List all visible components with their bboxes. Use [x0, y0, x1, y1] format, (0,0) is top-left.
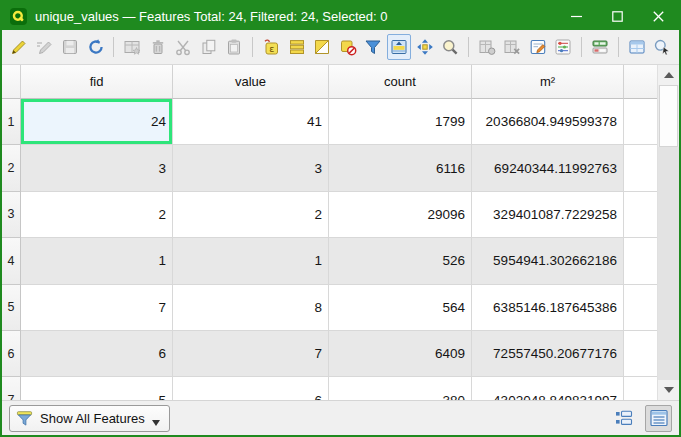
cell-count[interactable]: 1799	[329, 99, 472, 145]
cell-fid[interactable]: 3	[21, 145, 173, 191]
copy-icon	[200, 38, 218, 56]
form-view-button[interactable]	[610, 405, 637, 432]
cell-value[interactable]: 3	[173, 145, 329, 191]
window-title: unique_values — Features Total: 24, Filt…	[35, 9, 387, 24]
scrollbar-up-button[interactable]	[658, 65, 679, 85]
cell-value[interactable]: 41	[173, 99, 329, 145]
row-filler	[624, 192, 657, 238]
epsilon-icon: ε	[262, 38, 280, 56]
cell-m2[interactable]: 4302048.849831997	[472, 377, 624, 400]
row-filler	[624, 238, 657, 284]
new-record-icon	[123, 38, 141, 56]
maximize-button[interactable]	[597, 2, 638, 30]
scrollbar-track[interactable]	[658, 147, 679, 380]
corner-header[interactable]	[2, 65, 21, 99]
titlebar: unique_values — Features Total: 24, Filt…	[2, 2, 679, 30]
row-number[interactable]: 7	[2, 377, 21, 400]
new-field-button[interactable]	[475, 34, 499, 60]
cell-fid[interactable]: 5	[21, 377, 173, 400]
table-view-button[interactable]	[645, 405, 672, 432]
vertical-scrollbar[interactable]	[657, 65, 679, 400]
scrollbar-down-button[interactable]	[658, 380, 679, 400]
field-calculator-button[interactable]	[526, 34, 550, 60]
add-feature-button[interactable]	[120, 34, 144, 60]
cell-fid[interactable]: 7	[21, 285, 173, 331]
cell-m2[interactable]: 5954941.302662186	[472, 238, 624, 284]
cell-value[interactable]: 2	[173, 192, 329, 238]
close-button[interactable]	[638, 2, 679, 30]
column-header-value[interactable]: value	[173, 65, 329, 99]
delete-selected-button[interactable]	[146, 34, 170, 60]
cell-m2[interactable]: 20366804.949599378	[472, 99, 624, 145]
reload-table-button[interactable]	[84, 34, 108, 60]
cell-count[interactable]: 526	[329, 238, 472, 284]
scissors-icon	[174, 38, 192, 56]
cell-value[interactable]: 1	[173, 238, 329, 284]
cell-value[interactable]: 8	[173, 285, 329, 331]
show-all-features-button[interactable]: Show All Features	[9, 405, 170, 432]
cell-fid[interactable]: 1	[21, 238, 173, 284]
row-number[interactable]: 4	[2, 238, 21, 284]
move-selection-to-top-button[interactable]	[387, 34, 411, 60]
invert-selection-icon	[313, 38, 331, 56]
cell-value[interactable]: 6	[173, 377, 329, 400]
cell-count[interactable]: 29096	[329, 192, 472, 238]
cell-fid[interactable]: 2	[21, 192, 173, 238]
down-arrow-icon	[664, 387, 674, 393]
invert-selection-button[interactable]	[310, 34, 334, 60]
row-number[interactable]: 5	[2, 285, 21, 331]
row-number[interactable]: 6	[2, 331, 21, 377]
cell-m2[interactable]: 69240344.11992763	[472, 145, 624, 191]
select-all-button[interactable]	[285, 34, 309, 60]
form-view-icon	[614, 408, 634, 428]
select-by-expression-button[interactable]: ε	[259, 34, 283, 60]
row-filler	[624, 145, 657, 191]
pan-to-selected-button[interactable]	[413, 34, 437, 60]
cell-count[interactable]: 564	[329, 285, 472, 331]
conditional-formatting-button[interactable]	[552, 34, 576, 60]
actions-button[interactable]	[625, 34, 649, 60]
deselect-icon	[339, 38, 357, 56]
pan-arrows-icon	[416, 38, 434, 56]
cell-m2[interactable]: 6385146.187645386	[472, 285, 624, 331]
minimize-button[interactable]	[556, 2, 597, 30]
cell-value[interactable]: 7	[173, 331, 329, 377]
zoom-to-feature-button[interactable]	[650, 34, 674, 60]
scrollbar-thumb[interactable]	[659, 85, 678, 147]
toggle-editing-button[interactable]	[7, 34, 31, 60]
cell-fid[interactable]: 6	[21, 331, 173, 377]
field-calculator-icon	[529, 38, 547, 56]
delete-field-button[interactable]	[501, 34, 525, 60]
zoom-to-selected-button[interactable]	[438, 34, 462, 60]
multiedit-button[interactable]	[33, 34, 57, 60]
dock-attribute-table-button[interactable]	[588, 34, 612, 60]
cell-count[interactable]: 6409	[329, 331, 472, 377]
paste-button[interactable]	[223, 34, 247, 60]
actions-table-icon	[628, 38, 646, 56]
attribute-table: fid value count m² 1 24 41 1799 20366804…	[2, 64, 679, 400]
trash-icon	[149, 38, 167, 56]
toolbar-separator	[581, 37, 582, 57]
filter-select-form-button[interactable]	[362, 34, 386, 60]
cell-count[interactable]: 380	[329, 377, 472, 400]
column-header-count[interactable]: count	[329, 65, 472, 99]
table-view-icon	[649, 408, 669, 428]
save-edits-button[interactable]	[58, 34, 82, 60]
column-header-fid[interactable]: fid	[21, 65, 173, 99]
cell-count[interactable]: 6116	[329, 145, 472, 191]
cell-fid[interactable]: 24	[21, 99, 173, 145]
footer-bar: Show All Features	[2, 400, 679, 435]
toolbar-separator	[618, 37, 619, 57]
row-number[interactable]: 3	[2, 192, 21, 238]
copy-button[interactable]	[197, 34, 221, 60]
deselect-all-button[interactable]	[336, 34, 360, 60]
row-number[interactable]: 2	[2, 145, 21, 191]
cell-m2[interactable]: 72557450.20677176	[472, 331, 624, 377]
row-number[interactable]: 1	[2, 99, 21, 145]
attribute-table-window: unique_values — Features Total: 24, Filt…	[0, 0, 681, 437]
cut-button[interactable]	[172, 34, 196, 60]
toolbar-separator	[252, 37, 253, 57]
row-filler	[624, 377, 657, 400]
column-header-m2[interactable]: m²	[472, 65, 624, 99]
cell-m2[interactable]: 329401087.7229258	[472, 192, 624, 238]
